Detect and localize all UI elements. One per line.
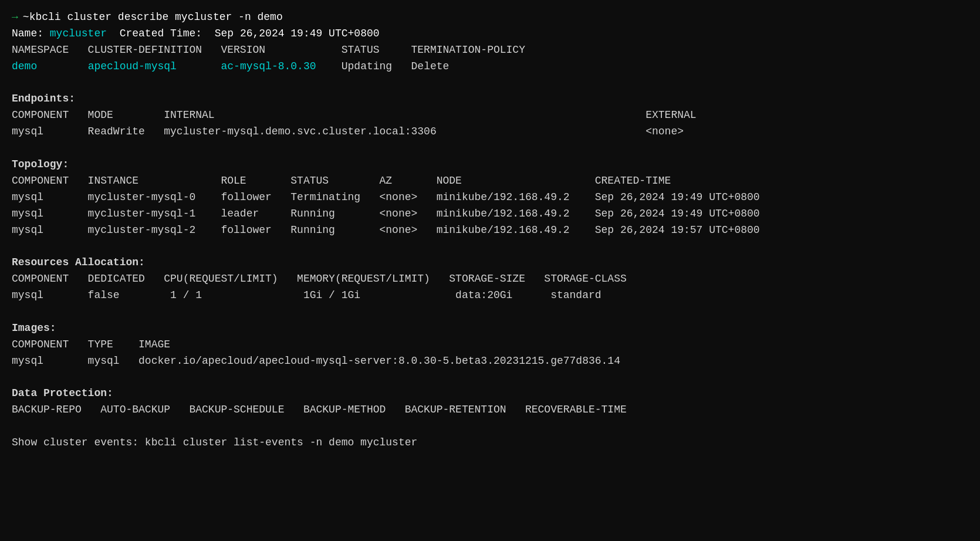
resources-row: mysql false 1 / 1 1Gi / 1Gi data:20Gi st… xyxy=(12,288,968,304)
topology-row-0: mysql mycluster-mysql-0 follower Termina… xyxy=(12,190,968,206)
spacer-5 xyxy=(12,370,968,386)
endpoints-row: mysql ReadWrite mycluster-mysql.demo.svc… xyxy=(12,124,968,140)
spacer-1 xyxy=(12,75,968,92)
data-protection-headers: BACKUP-REPO AUTO-BACKUP BACKUP-SCHEDULE … xyxy=(12,402,968,418)
footer-line: Show cluster events: kbcli cluster list-… xyxy=(12,435,968,451)
topology-row-1: mysql mycluster-mysql-1 leader Running <… xyxy=(12,206,968,222)
topology-row-2: mysql mycluster-mysql-2 follower Running… xyxy=(12,222,968,239)
prompt-arrow: → xyxy=(12,9,18,26)
endpoints-label: Endpoints: xyxy=(12,91,968,107)
resources-headers: COMPONENT DEDICATED CPU(REQUEST/LIMIT) M… xyxy=(12,271,968,288)
prompt-command: kbcli cluster describe mycluster -n demo xyxy=(29,9,283,26)
spacer-3 xyxy=(12,238,968,255)
resources-label: Resources Allocation: xyxy=(12,255,968,271)
cluster-table-row: demo apecloud-mysql ac-mysql-8.0.30 Upda… xyxy=(12,59,968,75)
prompt-tilde: ~ xyxy=(23,9,29,26)
spacer-4 xyxy=(12,304,968,320)
cluster-table-headers: NAMESPACE CLUSTER-DEFINITION VERSION STA… xyxy=(12,42,968,59)
spacer-6 xyxy=(12,418,968,435)
prompt-line: → ~ kbcli cluster describe mycluster -n … xyxy=(12,9,968,26)
topology-headers: COMPONENT INSTANCE ROLE STATUS AZ NODE C… xyxy=(12,173,968,190)
cluster-info-line: Name: mycluster Created Time: Sep 26,202… xyxy=(12,26,968,42)
images-headers: COMPONENT TYPE IMAGE xyxy=(12,337,968,353)
topology-label: Topology: xyxy=(12,157,968,173)
images-label: Images: xyxy=(12,320,968,337)
terminal-container: → ~ kbcli cluster describe mycluster -n … xyxy=(12,9,968,451)
data-protection-label: Data Protection: xyxy=(12,386,968,402)
images-row: mysql mysql docker.io/apecloud/apecloud-… xyxy=(12,353,968,370)
spacer-2 xyxy=(12,140,968,157)
endpoints-headers: COMPONENT MODE INTERNAL EXTERNAL xyxy=(12,107,968,124)
